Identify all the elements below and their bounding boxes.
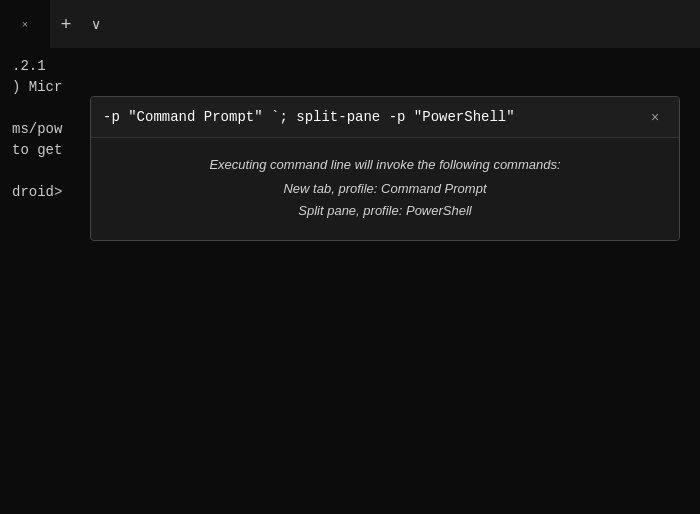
command-clear-button[interactable]: × bbox=[643, 105, 667, 129]
command-input[interactable] bbox=[103, 109, 643, 125]
clear-icon: × bbox=[651, 109, 659, 125]
active-tab: × bbox=[0, 0, 50, 48]
close-icon: × bbox=[22, 18, 28, 30]
command-result-line-2: Split pane, profile: PowerShell bbox=[111, 200, 659, 222]
chevron-down-icon: ∨ bbox=[91, 16, 101, 32]
command-palette-overlay: × Executing command line will invoke the… bbox=[70, 96, 700, 241]
title-bar: × + ∨ bbox=[0, 0, 700, 48]
tab-close-button[interactable]: × bbox=[16, 15, 34, 33]
command-palette: × Executing command line will invoke the… bbox=[90, 96, 680, 241]
command-result-line-1: New tab, profile: Command Prompt bbox=[111, 178, 659, 200]
terminal-area: .2.1 ) Micr ms/pow to get droid> × Execu… bbox=[0, 48, 700, 514]
command-result-header: Executing command line will invoke the f… bbox=[111, 154, 659, 176]
command-result-panel: Executing command line will invoke the f… bbox=[91, 137, 679, 240]
plus-icon: + bbox=[61, 14, 72, 35]
command-input-row: × bbox=[91, 97, 679, 137]
new-tab-button[interactable]: + bbox=[50, 8, 82, 40]
dropdown-button[interactable]: ∨ bbox=[82, 10, 110, 38]
